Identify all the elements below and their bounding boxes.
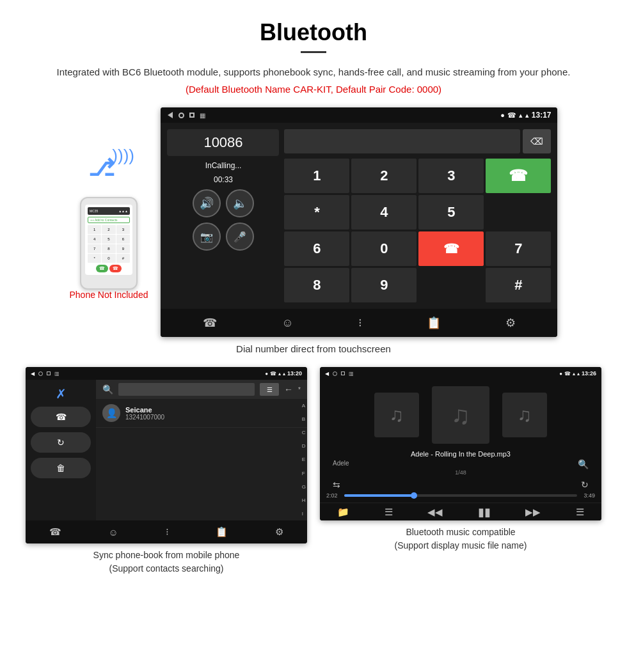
music-back-icon[interactable]: ◀ [325,371,329,377]
volume-down-button[interactable]: 🔈 [226,189,254,217]
shuffle-icon[interactable]: ⇆ [333,480,340,490]
dial-key-1[interactable]: 1 [284,159,349,193]
music-block: ◀ ▥ ● ☎ ▴ ▴ 13:26 [320,367,601,575]
music-prev-icon[interactable]: ◀◀ [427,506,443,518]
dial-key-7[interactable]: 7 [486,231,551,266]
music-progress-row: 2:02 3:49 [320,492,601,499]
contact-number: 13241007000 [125,414,301,421]
phone-key-6[interactable]: 6 [116,235,130,244]
phone-key-4[interactable]: 4 [88,235,101,244]
dial-input-box[interactable] [284,129,520,153]
pb-tab-messages[interactable]: 📋 [216,526,228,538]
music-home-icon[interactable] [333,371,337,376]
phone-key-1[interactable]: 1 [88,225,101,234]
dial-key-3[interactable]: 3 [418,159,484,193]
phone-call-button[interactable]: ☎ [96,265,108,272]
music-caption: Bluetooth music compatible (Support disp… [320,526,601,552]
pb-tab-contacts[interactable]: ☺ [109,527,118,538]
pb-backspace-icon[interactable]: ← [284,384,293,395]
contact-item[interactable]: 👤 Seicane 13241007000 [96,399,307,428]
dial-key-0[interactable]: 0 [351,231,417,266]
pb-home-icon[interactable] [38,371,43,376]
dial-key-4[interactable]: 4 [351,195,417,230]
music-note-icon-center: ♫ [451,401,470,430]
music-progress-bar[interactable] [344,494,577,497]
alpha-b[interactable]: B [302,416,306,422]
repeat-icon[interactable]: ↻ [581,480,589,490]
alpha-h[interactable]: H [302,497,306,503]
alpha-a[interactable]: A [302,403,306,409]
dial-key-8[interactable]: 8 [284,268,349,302]
phone-key-star[interactable]: * [88,254,101,263]
dial-backspace-button[interactable]: ⌫ [523,129,551,153]
music-folder-icon[interactable]: 📁 [337,506,349,518]
phone-key-8[interactable]: 8 [102,244,115,253]
dial-key-hash[interactable]: # [486,268,551,302]
pb-back-icon[interactable]: ◀ [31,371,35,377]
bluetooth-tab-icon[interactable]: ✗ [31,386,91,402]
pb-tab-calls[interactable]: ☎ [49,526,61,538]
dial-key-5[interactable]: 5 [418,195,484,230]
music-pause-icon[interactable]: ▮▮ [478,505,491,519]
phonebook-right-panel: 🔍 ☰ ← * 👤 [96,380,307,520]
dial-tab-contacts-icon[interactable]: ☺ [282,316,293,330]
phone-key-5[interactable]: 5 [102,235,115,244]
pb-delete-button[interactable]: 🗑 [31,458,91,478]
phone-key-3[interactable]: 3 [116,225,130,234]
dial-key-2[interactable]: 2 [351,159,417,193]
music-next-icon[interactable]: ▶▶ [525,506,541,518]
search-music-icon[interactable]: 🔍 [578,459,589,469]
dial-key-star[interactable]: * [284,195,349,230]
statusbar-time: 13:17 [532,111,552,120]
phonebook-caption: Sync phone-book from mobile phone (Suppo… [26,549,307,575]
pb-search-input[interactable] [118,383,255,396]
dial-key-9[interactable]: 9 [351,268,417,302]
music-playlist-icon[interactable]: ☰ [385,506,393,518]
phonebook-caption-line2: (Support contacts searching) [26,562,307,575]
dial-tab-keypad-icon[interactable]: ⁝ [358,316,362,330]
dial-call-button[interactable]: ☎ [486,159,551,193]
pb-tab-keypad[interactable]: ⁝ [166,526,169,538]
phone-key-9[interactable]: 9 [116,244,130,253]
music-location-icon: ● [559,371,562,377]
call-phone-icon: ☎ [509,167,528,185]
music-artist: Adele [333,460,349,467]
pb-sync-button[interactable]: ↻ [31,432,91,453]
carrier-text: MC35 [90,209,98,213]
phonebook-screen: ◀ ▥ ● ☎ ▴ ▴ 13:20 [26,367,307,543]
dial-tab-messages-icon[interactable]: 📋 [427,316,441,330]
mute-button[interactable]: 🎤 [226,223,254,251]
dial-tab-settings-icon[interactable]: ⚙ [505,316,516,330]
dial-key-6[interactable]: 6 [284,231,349,266]
statusbar-status: ● ☎ ▴ ▴ 13:17 [500,111,551,120]
music-screen: ◀ ▥ ● ☎ ▴ ▴ 13:26 [320,367,601,520]
recents-icon[interactable] [189,113,194,118]
phone-key-0[interactable]: 0 [102,254,115,263]
dial-right-panel: ⌫ 1 2 3 ☎ * 4 5 6 0 [284,129,551,302]
add-contacts-btn[interactable]: + + Add to Contacts [88,217,130,223]
volume-up-button[interactable]: 🔊 [193,189,221,217]
alpha-c[interactable]: C [302,430,306,435]
main-screen-row: )))) ⎇ MC35 ▲▲▲ + + Add to Contacts 1 [26,107,601,337]
phone-key-2[interactable]: 2 [102,225,115,234]
music-eq-icon[interactable]: ☰ [576,506,584,518]
alpha-e[interactable]: E [302,457,306,462]
phone-end-button[interactable]: ☎ [109,265,122,272]
phone-key-hash[interactable]: # [116,254,130,263]
alpha-f[interactable]: F [302,471,306,476]
pb-selector[interactable]: ☰ [260,383,279,396]
music-recents-icon[interactable] [341,371,345,375]
alpha-d[interactable]: D [302,443,306,449]
phone-key-7[interactable]: 7 [88,244,101,253]
back-icon[interactable] [168,112,173,118]
dial-tab-calls-icon[interactable]: ☎ [203,316,217,330]
pb-tab-settings[interactable]: ⚙ [275,526,283,538]
pb-call-button[interactable]: ☎ [31,407,91,427]
alpha-g[interactable]: G [302,484,306,490]
transfer-button[interactable]: 📷 [193,223,221,251]
pb-bottom-bar: ☎ ☺ ⁝ 📋 ⚙ [26,520,307,543]
pb-recents-icon[interactable] [47,371,51,375]
alpha-i[interactable]: I [302,511,306,517]
dial-end-button[interactable]: ☎ [418,231,484,266]
home-icon[interactable] [179,113,184,118]
